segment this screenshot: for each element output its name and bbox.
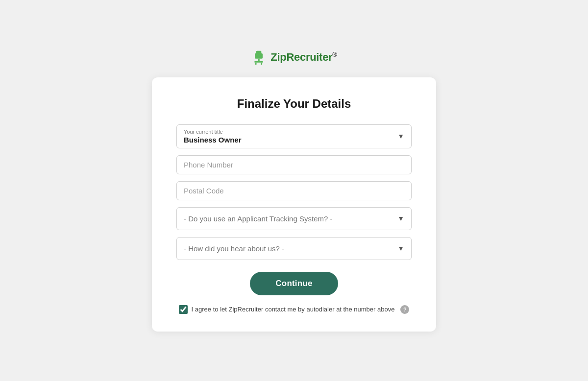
postal-field-group	[176, 181, 412, 200]
svg-rect-2	[258, 58, 260, 61]
consent-row: I agree to let ZipRecruiter contact me b…	[176, 305, 412, 314]
hear-field-group: - How did you hear about us? - Google Li…	[176, 237, 412, 260]
page-title: Finalize Your Details	[176, 97, 412, 111]
ats-field-group: - Do you use an Applicant Tracking Syste…	[176, 207, 412, 230]
title-select[interactable]: Business Owner CEO HR Manager Recruiter …	[177, 125, 411, 148]
consent-checkbox[interactable]	[179, 305, 188, 314]
svg-rect-4	[255, 62, 257, 64]
ats-select[interactable]: - Do you use an Applicant Tracking Syste…	[177, 208, 411, 230]
ziprecruiter-logo-icon	[251, 50, 267, 66]
postal-input[interactable]	[176, 181, 412, 200]
svg-rect-3	[254, 61, 263, 63]
title-select-wrapper[interactable]: Your current title Business Owner CEO HR…	[176, 124, 412, 148]
logo-text: ZipRecruiter®	[270, 51, 337, 64]
title-field-group: Your current title Business Owner CEO HR…	[176, 124, 412, 148]
hear-select-wrapper[interactable]: - How did you hear about us? - Google Li…	[176, 237, 412, 260]
svg-rect-5	[261, 62, 263, 64]
svg-rect-1	[256, 50, 262, 54]
page-wrapper: ZipRecruiter® Finalize Your Details Your…	[0, 50, 588, 332]
form-card: Finalize Your Details Your current title…	[152, 77, 436, 332]
ats-select-wrapper[interactable]: - Do you use an Applicant Tracking Syste…	[176, 207, 412, 230]
logo-area: ZipRecruiter®	[251, 50, 337, 66]
continue-button[interactable]: Continue	[250, 272, 338, 295]
help-icon[interactable]: ?	[400, 305, 409, 314]
consent-label: I agree to let ZipRecruiter contact me b…	[192, 306, 395, 313]
phone-field-group	[176, 155, 412, 174]
hear-select[interactable]: - How did you hear about us? - Google Li…	[177, 238, 411, 260]
phone-input[interactable]	[176, 155, 412, 174]
